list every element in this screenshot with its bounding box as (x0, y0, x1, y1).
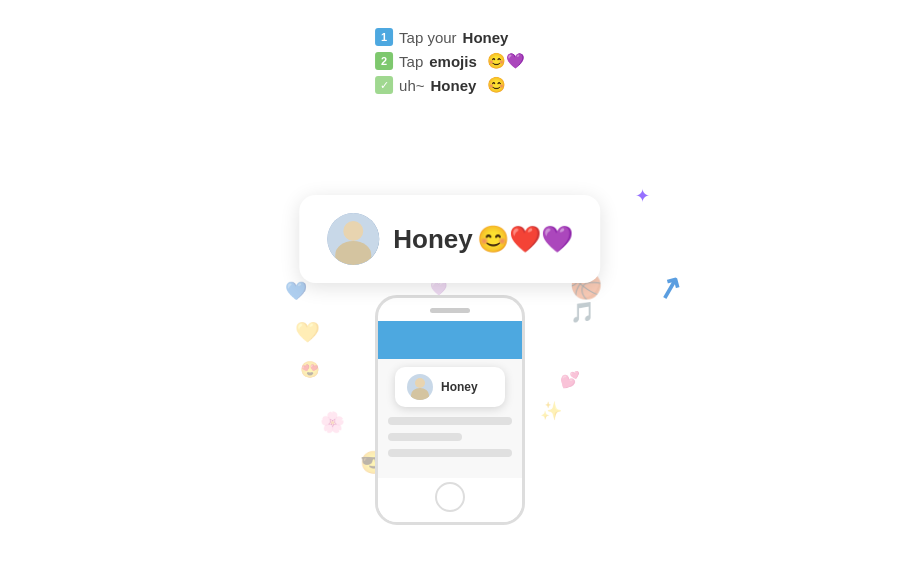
cloud-emoji-8: 😍 (300, 360, 320, 379)
arrow-up-right-icon: ↗ (653, 267, 686, 307)
notification-emojis-large: 😊❤️💜 (477, 224, 573, 255)
page-container: 💜 😊 ❤️ 💙 🏀 💛 🎵 😍 💕 🌸 ✨ 😎 🍑 💜 😊 1 Tap you… (0, 0, 900, 565)
phone-notification-small: Honey (395, 367, 505, 407)
spark-icon: ✦ (635, 185, 650, 207)
content-line-3 (388, 449, 512, 457)
phone-screen-top (378, 321, 522, 359)
avatar-small (407, 374, 433, 400)
cloud-emoji-6: 💛 (295, 320, 320, 344)
badge-check: ✓ (375, 76, 393, 94)
phone-content-area: Honey (378, 359, 522, 478)
cloud-emoji-11: ✨ (540, 400, 562, 422)
avatar-person-large (327, 213, 379, 265)
instruction-line-3: ✓ uh~ Honey 😊 (375, 76, 525, 94)
notification-text-large: Honey 😊❤️💜 (393, 224, 572, 255)
badge-1: 1 (375, 28, 393, 46)
instruction-3-bold: Honey (431, 77, 477, 94)
instruction-3-emojis: 😊 (482, 76, 505, 94)
instruction-1-bold: Honey (463, 29, 509, 46)
instruction-1-prefix: Tap your (399, 29, 457, 46)
phone-content-lines (388, 417, 512, 457)
instructions-block: 1 Tap your Honey 2 Tap emojis 😊💜 ✓ uh~ H… (375, 28, 525, 94)
badge-2: 2 (375, 52, 393, 70)
phone-mockup: Honey (375, 295, 525, 525)
phone-home-button (435, 482, 465, 512)
notification-card-large: Honey 😊❤️💜 (299, 195, 600, 283)
instruction-2-bold: emojis (429, 53, 477, 70)
cloud-emoji-10: 🌸 (320, 410, 345, 434)
phone-speaker (430, 308, 470, 313)
content-line-2 (388, 433, 462, 441)
instruction-line-2: 2 Tap emojis 😊💜 (375, 52, 525, 70)
instruction-3-prefix: uh~ (399, 77, 424, 94)
phone-bottom (378, 478, 522, 522)
notification-name-large: Honey (393, 224, 472, 255)
cloud-emoji-7: 🎵 (570, 300, 595, 324)
avatar-large (327, 213, 379, 265)
instruction-2-emojis: 😊💜 (483, 52, 525, 70)
cloud-emoji-4: 💙 (285, 280, 307, 302)
content-line-1 (388, 417, 512, 425)
cloud-emoji-9: 💕 (560, 370, 580, 389)
instruction-line-1: 1 Tap your Honey (375, 28, 525, 46)
notification-name-small: Honey (441, 380, 478, 394)
instruction-2-prefix: Tap (399, 53, 423, 70)
